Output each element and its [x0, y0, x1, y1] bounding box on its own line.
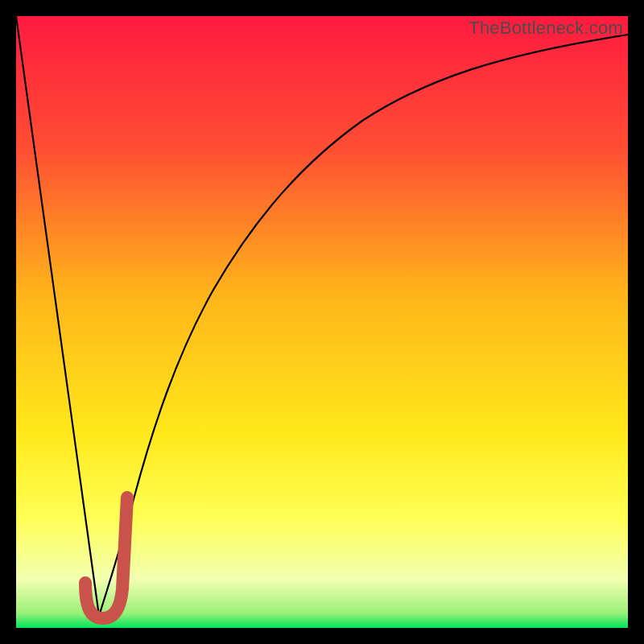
- plot-area: TheBottleneck.com: [16, 16, 628, 628]
- watermark-label: TheBottleneck.com: [469, 18, 623, 39]
- bottleneck-curve: [16, 16, 628, 616]
- chart-curves: [16, 16, 628, 628]
- chart-frame: TheBottleneck.com: [0, 0, 644, 644]
